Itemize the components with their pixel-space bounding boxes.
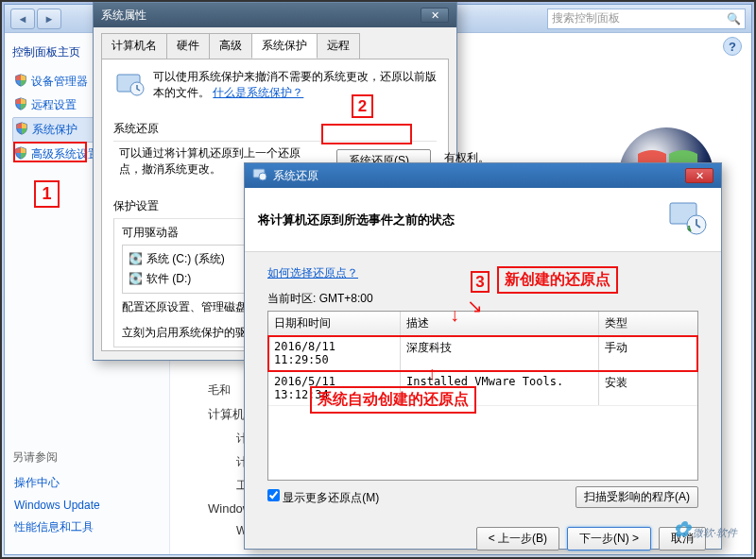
tab-remote[interactable]: 远程	[317, 33, 360, 59]
shield-icon	[14, 146, 27, 162]
link-action-center[interactable]: 操作中心	[12, 471, 162, 495]
nav-buttons: ◄ ►	[10, 8, 61, 29]
restore-mini-icon	[252, 167, 273, 185]
search-icon: 🔍	[727, 12, 741, 25]
shield-icon	[14, 74, 27, 90]
col-type[interactable]: 类型	[599, 312, 675, 335]
wizard-header: 将计算机还原到所选事件之前的状态	[245, 188, 721, 252]
cell-desc: Installed VMware Tools.	[401, 371, 599, 405]
back-button[interactable]: < 上一步(B)	[476, 527, 559, 551]
watermark-text: 微软·软件	[693, 527, 737, 538]
system-restore-dialog: 系统还原 ✕ 将计算机还原到所选事件之前的状态 如何选择还原点？ 当前时区: G…	[244, 162, 722, 550]
wizard-body: 如何选择还原点？ 当前时区: GMT+8:00 日期和时间 描述 类型 2016…	[245, 252, 721, 517]
shield-icon	[15, 122, 28, 138]
drive-label: 软件 (D:)	[146, 271, 191, 287]
tab-advanced[interactable]: 高级	[209, 33, 252, 59]
protection-icon	[113, 69, 146, 104]
forward-button[interactable]: ►	[37, 8, 61, 29]
back-button[interactable]: ◄	[10, 8, 35, 29]
timezone-label: 当前时区: GMT+8:00	[267, 291, 698, 307]
cell-datetime: 2016/8/11 11:29:50	[268, 336, 401, 370]
cell-type: 安装	[599, 371, 675, 405]
table-row[interactable]: 2016/8/11 11:29:50 深度科技 手动	[268, 336, 697, 371]
wizard-buttons: < 上一步(B) 下一步(N) > 取消	[245, 517, 721, 559]
col-datetime[interactable]: 日期和时间	[268, 312, 401, 335]
wizard-heading: 将计算机还原到所选事件之前的状态	[258, 212, 455, 229]
cell-type: 手动	[599, 336, 675, 370]
tab-computer-name[interactable]: 计算机名	[101, 33, 167, 59]
show-more-label: 显示更多还原点(M)	[283, 491, 379, 504]
sidebar-item-label: 远程设置	[31, 97, 77, 113]
what-is-protection-link[interactable]: 什么是系统保护？	[213, 86, 303, 99]
dialog-title: 系统还原	[273, 168, 318, 184]
sidebar-item-label: 系统保护	[32, 122, 77, 138]
cell-datetime: 2016/5/11 13:12:34	[268, 371, 401, 405]
tab-strip: 计算机名 硬件 高级 系统保护 远程	[101, 33, 449, 59]
see-also-heading: 另请参阅	[12, 449, 162, 466]
watermark-logo-icon: ✿	[673, 517, 690, 541]
close-button[interactable]: ✕	[421, 8, 449, 23]
tab-system-protection[interactable]: 系统保护	[251, 33, 318, 59]
tab-hardware[interactable]: 硬件	[166, 33, 210, 59]
section-restore-title: 系统还原	[113, 121, 437, 137]
dialog-titlebar[interactable]: 系统还原 ✕	[245, 163, 721, 188]
drive-icon: 💽	[129, 252, 143, 265]
sidebar-item-label: 设备管理器	[31, 74, 88, 90]
svg-point-3	[259, 173, 266, 180]
scan-affected-button[interactable]: 扫描受影响的程序(A)	[576, 486, 698, 508]
sidebar-item-label: 高级系统设置	[31, 146, 99, 162]
cell-desc: 深度科技	[401, 336, 599, 370]
link-performance[interactable]: 性能信息和工具	[12, 516, 162, 539]
dialog-title: 系统属性	[101, 8, 146, 24]
table-header: 日期和时间 描述 类型	[268, 312, 697, 336]
howto-link[interactable]: 如何选择还原点？	[267, 266, 358, 280]
next-button[interactable]: 下一步(N) >	[567, 527, 651, 551]
help-icon[interactable]: ?	[723, 37, 742, 56]
close-button[interactable]: ✕	[685, 168, 713, 183]
drive-label: 系统 (C:) (系统)	[146, 251, 225, 267]
shield-icon	[14, 97, 27, 113]
restore-big-icon	[666, 199, 708, 240]
restore-point-table: 日期和时间 描述 类型 2016/8/11 11:29:50 深度科技 手动 2…	[267, 311, 698, 481]
table-row[interactable]: 2016/5/11 13:12:34 Installed VMware Tool…	[268, 371, 697, 406]
drive-icon: 💽	[129, 272, 143, 285]
dialog-titlebar[interactable]: 系统属性 ✕	[94, 3, 456, 27]
col-desc[interactable]: 描述	[401, 312, 599, 335]
search-placeholder: 搜索控制面板	[552, 10, 620, 26]
watermark: ✿ 微软·软件	[673, 517, 737, 542]
show-more-checkbox[interactable]: 显示更多还原点(M)	[267, 489, 379, 506]
search-input[interactable]: 搜索控制面板 🔍	[547, 8, 746, 29]
show-more-input[interactable]	[267, 489, 280, 501]
link-windows-update[interactable]: Windows Update	[12, 495, 162, 516]
